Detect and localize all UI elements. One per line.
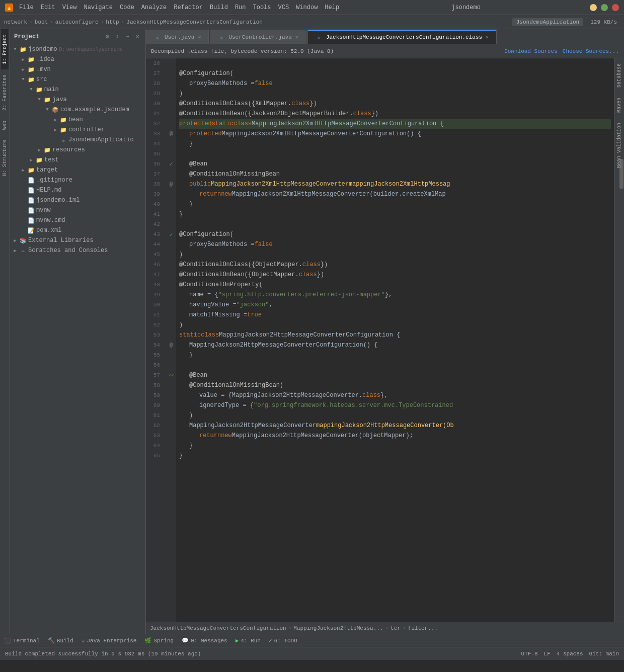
download-sources-link[interactable]: Download Sources: [504, 48, 558, 54]
tree-mvnwcmd[interactable]: ▶ 📄 mvnw.cmd: [10, 215, 145, 225]
tree-bean[interactable]: ▶ 📁 bean: [10, 115, 145, 125]
todo-icon: ✓: [269, 637, 272, 644]
tab-jackson-close[interactable]: ✕: [484, 34, 490, 40]
code-line-27: @Configuration(: [179, 68, 611, 78]
sidebar-header: Project ⚙ ↕ ⋯ ✕: [10, 29, 145, 44]
app-class-icon: ☕: [59, 136, 67, 144]
status-git[interactable]: Git: main: [589, 651, 619, 657]
tree-target[interactable]: ▶ 📁 target: [10, 165, 145, 175]
tree-controller[interactable]: ▶ 📁 controller: [10, 125, 145, 135]
tree-main[interactable]: ▼ 📁 main: [10, 85, 145, 95]
gitignore-icon: 📄: [27, 176, 35, 184]
sidebar-icons: ⚙ ↕ ⋯ ✕: [103, 33, 141, 41]
build-item[interactable]: 🔨 Build: [48, 637, 73, 644]
status-indent[interactable]: 4 spaces: [557, 651, 583, 657]
tree-test[interactable]: ▶ 📁 test: [10, 155, 145, 165]
minimize-button[interactable]: [590, 4, 597, 11]
tab-web[interactable]: Web: [1, 116, 9, 135]
maximize-button[interactable]: [601, 4, 608, 11]
menu-code[interactable]: Code: [117, 3, 137, 12]
sidebar-collapse-icon[interactable]: ↕: [113, 33, 121, 41]
code-lines[interactable]: @Configuration( proxyBeanMethods = false…: [176, 58, 614, 622]
breadcrumb-autoconfigure[interactable]: autoconfigure: [55, 19, 99, 25]
sidebar-gear-icon[interactable]: ⋯: [123, 33, 131, 41]
title-bar-left: 🔥 File Edit View Navigate Code Analyze R…: [5, 3, 342, 12]
path-class: JacksonHttpMessageConvertersConfiguratio…: [150, 625, 286, 631]
status-line-sep[interactable]: LF: [544, 651, 551, 657]
tree-resources[interactable]: ▶ 📁 resources: [10, 145, 145, 155]
tree-mvn[interactable]: ▶ 📁 .mvn: [10, 64, 145, 74]
tree-root[interactable]: ▼ 📁 jsondemo D:\workspace\jsondemo: [10, 44, 145, 54]
tree-app-class[interactable]: ▶ ☕ JsondemoApplicatio: [10, 135, 145, 145]
close-button[interactable]: [612, 4, 619, 11]
code-line-64: }: [179, 441, 611, 451]
tab-user-java-close[interactable]: ✕: [196, 34, 202, 40]
tab-user-java[interactable]: ☕ User.java ✕: [146, 30, 209, 44]
code-container: 26 27 28 29 30 31 32 33 34 35 36 37 38 3…: [146, 58, 624, 622]
tree-ext-libs[interactable]: ▶ 📚 External Libraries: [10, 235, 145, 245]
tab-structure[interactable]: N: Structure: [1, 135, 9, 181]
tree-mvnw[interactable]: ▶ 📄 mvnw: [10, 205, 145, 215]
tab-favorites[interactable]: 2: Favorites: [1, 69, 9, 116]
tree-idea[interactable]: ▶ 📁 .idea: [10, 54, 145, 64]
sidebar-settings-icon[interactable]: ⚙: [103, 33, 111, 41]
tree-iml[interactable]: ▶ 📄 jsondemo.iml: [10, 195, 145, 205]
window-controls: [590, 4, 619, 11]
run-item[interactable]: ▶ 4: Run: [236, 637, 261, 644]
tab-project[interactable]: 1: Project: [1, 29, 9, 69]
root-arrow: ▼: [12, 46, 18, 52]
choose-sources-link[interactable]: Choose Sources...: [563, 48, 619, 54]
test-label: test: [44, 156, 59, 163]
menu-window[interactable]: Window: [293, 3, 321, 12]
build-label: Build: [57, 638, 73, 644]
tab-usercontroller-close[interactable]: ✕: [294, 34, 300, 40]
tree-pomxml[interactable]: ▶ 📝 pom.xml: [10, 225, 145, 235]
menu-edit[interactable]: Edit: [38, 3, 58, 12]
tree-scratches[interactable]: ▶ ✏ Scratches and Consoles: [10, 245, 145, 256]
status-encoding[interactable]: UTF-8: [521, 651, 538, 657]
menu-run[interactable]: Run: [232, 3, 249, 12]
tree-src[interactable]: ▼ 📁 src: [10, 74, 145, 85]
tree-gitignore[interactable]: ▶ 📄 .gitignore: [10, 175, 145, 185]
menu-vcs[interactable]: VCS: [275, 3, 292, 12]
spring-item[interactable]: 🌿 Spring: [144, 637, 174, 644]
terminal-item[interactable]: ⬛ Terminal: [4, 637, 40, 644]
root-path: D:\workspace\jsondemo: [59, 47, 123, 52]
breadcrumb-boot[interactable]: boot: [35, 19, 48, 25]
breadcrumb-class[interactable]: JacksonHttpMessageConvertersConfiguratio…: [126, 19, 263, 25]
iml-label: jsondemo.iml: [36, 197, 80, 204]
messages-item[interactable]: 💬 0: Messages: [182, 637, 227, 644]
bean-validation-tab[interactable]: Bean Validation: [615, 118, 623, 173]
code-line-33: protected MappingJackson2XmlHttpMessageC…: [179, 129, 611, 139]
menu-analyze[interactable]: Analyze: [138, 3, 170, 12]
menu-file[interactable]: File: [16, 3, 37, 12]
menu-navigate[interactable]: Navigate: [81, 3, 116, 12]
code-line-41: }: [179, 209, 611, 219]
run-config-dropdown[interactable]: JsondemoApplication: [512, 18, 583, 26]
menu-refactor[interactable]: Refactor: [171, 3, 206, 12]
code-line-32: protected static class MappingJackson2Xm…: [179, 119, 611, 129]
sidebar-close-icon[interactable]: ✕: [133, 33, 141, 41]
tab-usercontroller-java[interactable]: ☕ UserController.java ✕: [210, 30, 306, 44]
database-tab[interactable]: Database: [615, 58, 623, 93]
todo-item[interactable]: ✓ 6: TODO: [269, 637, 297, 644]
code-line-38: public MappingJackson2XmlHttpMessageConv…: [179, 179, 611, 189]
scratches-icon: ✏: [19, 246, 27, 255]
tree-package[interactable]: ▼ 📦 com.example.jsondem: [10, 105, 145, 115]
breadcrumb-http[interactable]: http: [106, 19, 119, 25]
tab-jackson-class[interactable]: ☕ JacksonHttpMessageConvertersConfigurat…: [307, 30, 497, 44]
java-label: java: [52, 96, 67, 103]
menu-build[interactable]: Build: [207, 3, 231, 12]
menu-tools[interactable]: Tools: [250, 3, 274, 12]
maven-tab[interactable]: Maven: [615, 93, 623, 118]
java-enterprise-item[interactable]: ☕ Java Enterprise: [82, 637, 137, 644]
tree-helpmd[interactable]: ▶ 📄 HELP.md: [10, 185, 145, 195]
code-line-39: return new MappingJackson2XmlHttpMessage…: [179, 189, 611, 199]
menu-view[interactable]: View: [59, 3, 80, 12]
breadcrumb-network[interactable]: network: [4, 19, 27, 25]
bean-folder-icon: 📁: [59, 116, 67, 124]
menu-help[interactable]: Help: [322, 3, 342, 12]
tree-java[interactable]: ▼ 📁 java: [10, 95, 145, 105]
code-line-45: ): [179, 249, 611, 260]
controller-label: controller: [68, 126, 105, 133]
